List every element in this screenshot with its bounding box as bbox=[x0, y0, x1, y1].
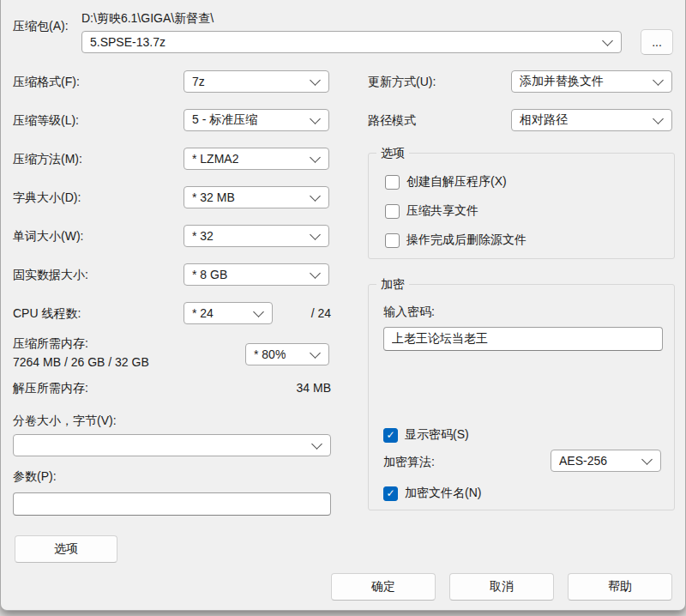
chevron-down-icon bbox=[310, 347, 321, 359]
checkbox-box[interactable]: ✓ bbox=[385, 204, 400, 219]
help-button[interactable]: 帮助 bbox=[568, 573, 672, 601]
encryption-groupbox: 加密 输入密码: ✓ 显示密码(S) 加密算法: AES-256 ✓ 加密文件名… bbox=[368, 284, 675, 510]
options-button[interactable]: 选项 bbox=[15, 535, 117, 563]
dictionary-size-value: * 32 MB bbox=[192, 190, 235, 204]
checkbox-label: 压缩共享文件 bbox=[406, 203, 478, 219]
parameters-label: 参数(P): bbox=[13, 469, 57, 484]
archive-label: 压缩包(A): bbox=[13, 19, 69, 33]
format-combobox[interactable]: 7z bbox=[184, 70, 329, 93]
cancel-button[interactable]: 取消 bbox=[449, 573, 554, 601]
update-mode-combobox[interactable]: 添加并替换文件 bbox=[511, 70, 672, 93]
memory-usage-combobox[interactable]: * 80% bbox=[245, 343, 329, 365]
ok-button[interactable]: 确定 bbox=[331, 573, 436, 601]
solid-block-size-combobox[interactable]: * 8 GB bbox=[184, 263, 329, 286]
memory-usage-value: * 80% bbox=[254, 347, 286, 361]
checkbox-box[interactable]: ✓ bbox=[383, 486, 398, 501]
volume-size-label: 分卷大小，字节(V): bbox=[13, 414, 117, 428]
browse-button[interactable]: ... bbox=[641, 29, 673, 55]
method-combobox[interactable]: * LZMA2 bbox=[184, 148, 329, 170]
chevron-down-icon bbox=[310, 229, 321, 240]
dictionary-size-label: 字典大小(D): bbox=[13, 190, 81, 205]
cpu-threads-value: * 24 bbox=[192, 306, 214, 320]
checkmark-icon: ✓ bbox=[386, 430, 394, 440]
format-value: 7z bbox=[192, 75, 205, 88]
memory-compress-detail: 7264 MB / 26 GB / 32 GB bbox=[13, 355, 149, 370]
checkbox-box[interactable]: ✓ bbox=[383, 428, 398, 443]
checkbox-box[interactable]: ✓ bbox=[385, 175, 400, 190]
add-to-archive-dialog: 压缩包(A): D:\剪映6.1\GIGA\新督查\ 5.SPSE-13.7z … bbox=[0, 0, 686, 611]
chevron-down-icon bbox=[602, 35, 613, 46]
password-input[interactable] bbox=[383, 327, 663, 351]
cpu-threads-max: / 24 bbox=[284, 306, 331, 320]
level-value: 5 - 标准压缩 bbox=[192, 112, 257, 128]
encryption-method-value: AES-256 bbox=[559, 454, 607, 468]
level-combobox[interactable]: 5 - 标准压缩 bbox=[184, 109, 329, 131]
path-mode-value: 相对路径 bbox=[520, 112, 568, 128]
chevron-down-icon bbox=[641, 454, 653, 465]
memory-decompress-label: 解压所需内存: bbox=[13, 381, 88, 396]
archive-name-combobox[interactable]: 5.SPSE-13.7z bbox=[81, 31, 622, 53]
checkbox-label: 显示密码(S) bbox=[405, 427, 469, 443]
encryption-method-combobox[interactable]: AES-256 bbox=[551, 450, 661, 472]
chevron-down-icon bbox=[310, 190, 321, 202]
archive-directory-path: D:\剪映6.1\GIGA\新督查\ bbox=[81, 11, 214, 26]
checkbox-box[interactable]: ✓ bbox=[385, 233, 400, 248]
chevron-down-icon bbox=[310, 152, 321, 163]
cpu-threads-combobox[interactable]: * 24 bbox=[184, 302, 273, 324]
archive-name-value: 5.SPSE-13.7z bbox=[90, 35, 165, 49]
path-mode-label: 路径模式 bbox=[368, 113, 416, 128]
options-group-title: 选项 bbox=[376, 146, 409, 161]
chevron-down-icon bbox=[310, 113, 321, 124]
volume-size-combobox[interactable] bbox=[13, 434, 331, 456]
encryption-method-label: 加密算法: bbox=[383, 455, 435, 469]
level-label: 压缩等级(L): bbox=[13, 113, 79, 128]
dictionary-size-combobox[interactable]: * 32 MB bbox=[184, 186, 329, 208]
checkbox-label: 操作完成后删除源文件 bbox=[406, 233, 527, 248]
format-label: 压缩格式(F): bbox=[13, 75, 80, 89]
checkbox-label: 加密文件名(N) bbox=[405, 486, 481, 501]
memory-compress-label: 压缩所需内存: bbox=[13, 336, 88, 351]
encryption-group-title: 加密 bbox=[376, 277, 409, 293]
checkbox-show-password[interactable]: ✓ 显示密码(S) bbox=[383, 427, 469, 443]
word-size-label: 单词大小(W): bbox=[13, 229, 83, 244]
update-mode-label: 更新方式(U): bbox=[368, 75, 436, 89]
chevron-down-icon bbox=[653, 75, 664, 86]
solid-block-size-label: 固实数据大小: bbox=[13, 268, 88, 282]
parameters-input[interactable] bbox=[13, 492, 331, 516]
checkbox-delete-after[interactable]: ✓ 操作完成后删除源文件 bbox=[385, 233, 527, 248]
path-mode-combobox[interactable]: 相对路径 bbox=[511, 109, 672, 131]
method-label: 压缩方法(M): bbox=[13, 152, 82, 166]
chevron-down-icon bbox=[311, 438, 322, 450]
word-size-combobox[interactable]: * 32 bbox=[184, 225, 329, 247]
checkbox-create-sfx[interactable]: ✓ 创建自解压程序(X) bbox=[385, 174, 507, 190]
chevron-down-icon bbox=[310, 75, 321, 86]
chevron-down-icon bbox=[310, 268, 321, 279]
cpu-threads-label: CPU 线程数: bbox=[13, 306, 81, 321]
checkbox-label: 创建自解压程序(X) bbox=[406, 174, 507, 190]
update-mode-value: 添加并替换文件 bbox=[520, 74, 604, 89]
chevron-down-icon bbox=[253, 306, 264, 317]
password-label: 输入密码: bbox=[383, 305, 435, 319]
checkbox-shared-files[interactable]: ✓ 压缩共享文件 bbox=[385, 203, 478, 219]
checkbox-encrypt-filenames[interactable]: ✓ 加密文件名(N) bbox=[383, 486, 481, 501]
checkmark-icon: ✓ bbox=[386, 488, 394, 498]
method-value: * LZMA2 bbox=[192, 152, 238, 166]
memory-decompress-value: 34 MB bbox=[232, 381, 331, 395]
options-groupbox: 选项 ✓ 创建自解压程序(X) ✓ 压缩共享文件 ✓ 操作完成后删除源文件 bbox=[368, 153, 675, 259]
solid-block-size-value: * 8 GB bbox=[192, 268, 227, 281]
chevron-down-icon bbox=[653, 113, 664, 124]
word-size-value: * 32 bbox=[192, 229, 214, 243]
